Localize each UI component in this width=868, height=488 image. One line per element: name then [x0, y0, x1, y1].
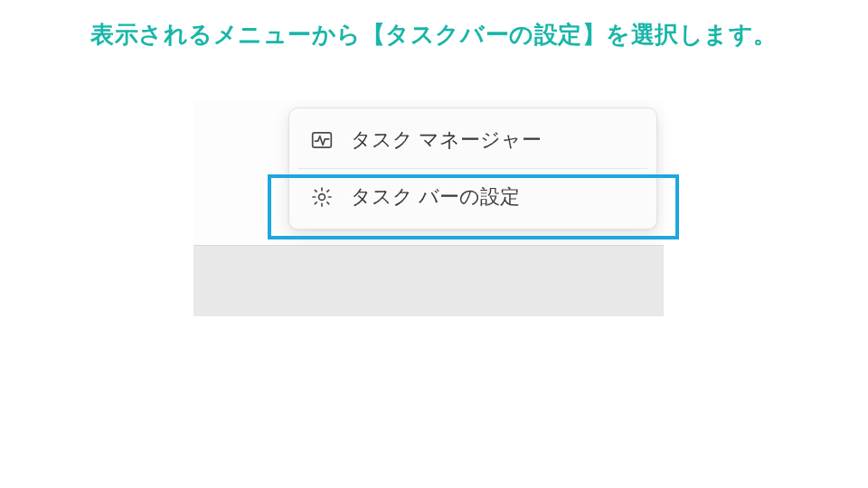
screenshot-taskbar-region: [193, 245, 664, 316]
taskbar-context-menu: タスク マネージャー タスク バーの設定: [288, 108, 657, 230]
svg-point-1: [319, 194, 326, 201]
gear-icon: [309, 184, 335, 210]
instruction-text: 表示されるメニューから【タスクバーの設定】を選択します。: [0, 0, 868, 52]
menu-divider: [298, 168, 647, 169]
activity-icon: [309, 127, 335, 153]
screenshot-area: タスク マネージャー タスク バーの設定: [193, 99, 664, 316]
menu-item-label: タスク バーの設定: [351, 183, 520, 211]
menu-item-task-manager[interactable]: タスク マネージャー: [293, 114, 653, 166]
menu-item-label: タスク マネージャー: [351, 127, 542, 154]
menu-item-taskbar-settings[interactable]: タスク バーの設定: [293, 171, 653, 223]
